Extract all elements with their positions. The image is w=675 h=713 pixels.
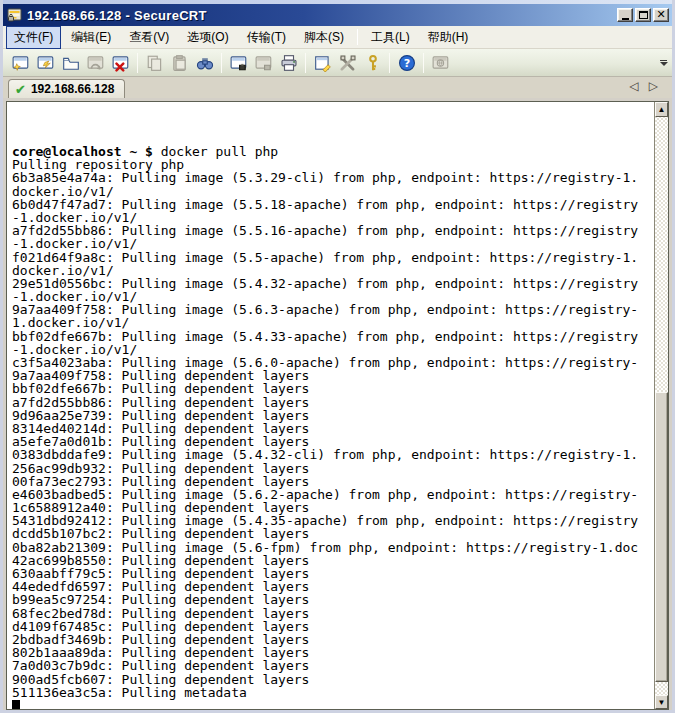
terminal-cursor-line [12,699,654,709]
terminal-line: 00fa73ec2793: Pulling dependent layers [12,475,654,488]
toolbar-divider [221,53,222,73]
terminal-line: docker.io/v1/ [12,185,654,198]
sessions-icon[interactable] [58,51,83,75]
toolbar-overflow-button[interactable] [657,55,670,71]
global-options-icon[interactable] [335,51,360,75]
print-icon[interactable] [276,51,301,75]
terminal-line: d4109f67485c: Pulling dependent layers [12,620,654,633]
paste-icon[interactable] [167,51,192,75]
maximize-icon [639,11,648,19]
title-bar[interactable]: 192.168.66.128 - SecureCRT ✕ [3,4,672,26]
find-icon[interactable] [192,51,217,75]
terminal-cursor [12,700,20,709]
log-session-icon[interactable] [226,51,251,75]
terminal-scrollbar[interactable]: ▲ ▼ [654,102,668,709]
help-icon[interactable]: ? [394,51,419,75]
terminal-line: b99ea5c97254: Pulling dependent layers [12,593,654,606]
terminal-pane: core@localhost ~ $ docker pull php Pulli… [6,101,669,710]
terminal-line: 68fec2bed78d: Pulling dependent layers [12,607,654,620]
menu-item-8[interactable]: 帮助(H) [420,26,477,49]
arrow-up-icon: ▲ [658,105,666,114]
disconnect-icon[interactable] [108,51,133,75]
arrow-down-icon: ▼ [658,698,666,707]
toolbar: ? [3,49,672,77]
reconnect-icon[interactable] [83,51,108,75]
menu-item-3[interactable]: 查看(V) [121,26,177,49]
terminal-line: 256ac99db932: Pulling dependent layers [12,462,654,475]
connected-check-icon: ✔ [15,83,26,96]
toolbar-divider [137,53,138,73]
terminal-line: -1.docker.io/v1/ [12,237,654,250]
terminal-line: 6b3a85e4a74a: Pulling image (5.3.29-cli)… [12,171,654,184]
terminal-line: 7a0d03c7b9dc: Pulling dependent layers [12,659,654,672]
close-button[interactable]: ✕ [653,8,669,22]
window-title: 192.168.66.128 - SecureCRT [27,8,617,23]
securecrt-app-icon[interactable] [7,7,23,23]
securecrt-window: 192.168.66.128 - SecureCRT ✕ 文件(F)编辑(E)查… [0,0,675,713]
copy-icon[interactable] [142,51,167,75]
menu-item-6[interactable]: 脚本(S) [296,26,352,49]
terminal-line: 6b0d47f47ad7: Pulling image (5.5.18-apac… [12,198,654,211]
menu-item-1[interactable]: 文件(F) [6,26,61,49]
terminal-line: 1.docker.io/v1/ [12,316,654,329]
session-tab[interactable]: ✔ 192.168.66.128 [8,79,125,98]
close-icon: ✕ [656,10,665,20]
chevron-down-icon [660,62,668,66]
terminal-line: f021d64f9a8c: Pulling image (5.5-apache)… [12,251,654,264]
toolbar-divider [305,53,306,73]
quick-connect-icon[interactable] [33,51,58,75]
tab-bar: ✔ 192.168.66.128 ◁ ▷ [3,77,672,98]
terminal-line: 511136ea3c5a: Pulling metadata [12,686,654,699]
terminal-blank-space [12,105,654,145]
web-session-icon[interactable] [428,51,453,75]
menu-bar: 文件(F)编辑(E)查看(V)选项(O)传输(T)脚本(S)工具(L)帮助(H) [3,26,672,49]
keymap-icon[interactable] [360,51,385,75]
menu-item-4[interactable]: 选项(O) [179,26,236,49]
menu-item-7[interactable]: 工具(L) [363,26,418,49]
new-session-icon[interactable] [8,51,33,75]
minimize-icon [622,18,629,20]
tab-scroll-left-icon[interactable]: ◁ [630,79,639,93]
terminal-line: 0ba82ab21309: Pulling image (5.6-fpm) fr… [12,541,654,554]
terminal-line: 0383dbddafe9: Pulling image (5.4.32-cli)… [12,448,654,461]
terminal-output[interactable]: core@localhost ~ $ docker pull php Pulli… [7,102,654,709]
raw-log-icon[interactable] [251,51,276,75]
toolbar-divider [389,53,390,73]
menu-item-5[interactable]: 传输(T) [239,26,294,49]
terminal-line: a7fd2d55bb86: Pulling dependent layers [12,396,654,409]
tab-scroll-right-icon[interactable]: ▷ [649,79,658,93]
terminal-line: bbf02dfe667b: Pulling dependent layers [12,382,654,395]
terminal-line: dcdd5b107bc2: Pulling dependent layers [12,527,654,540]
scrollbar-thumb[interactable] [655,392,668,682]
session-tab-label: 192.168.66.128 [31,82,114,96]
scrollbar-up-button[interactable]: ▲ [655,102,668,117]
terminal-line: bbf02dfe667b: Pulling image (5.4.33-apac… [12,330,654,343]
maximize-button[interactable] [635,8,651,22]
terminal-line: 900ad5fcb607: Pulling dependent layers [12,673,654,686]
scrollbar-down-button[interactable]: ▼ [655,695,668,709]
svg-text:?: ? [403,57,410,70]
menu-item-2[interactable]: 编辑(E) [63,26,119,49]
session-options-icon[interactable] [310,51,335,75]
toolbar-divider [423,53,424,73]
menu-divider [357,29,358,45]
terminal-line: 9d96aa25e739: Pulling dependent layers [12,409,654,422]
terminal-line: docker.io/v1/ [12,264,654,277]
minimize-button[interactable] [617,8,633,22]
